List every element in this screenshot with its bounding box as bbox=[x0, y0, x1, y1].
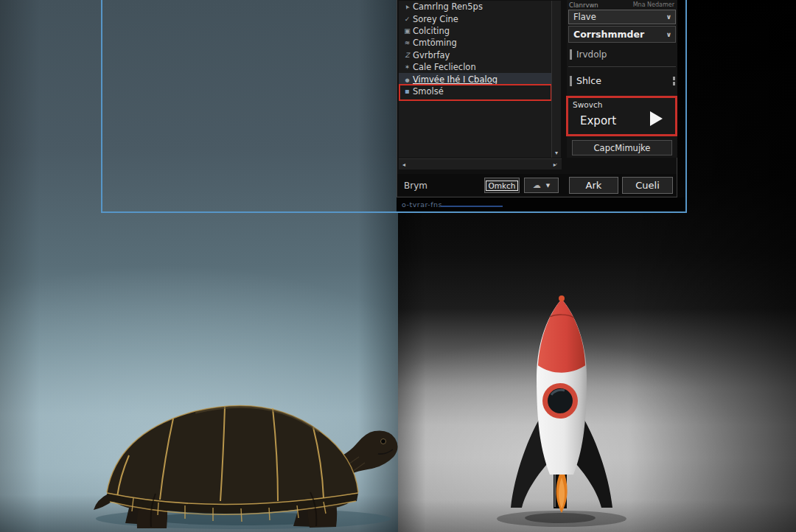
menu-item-2[interactable]: Sorey Cine bbox=[399, 13, 551, 24]
square-icon bbox=[402, 27, 413, 35]
menu-item-4[interactable]: Cmtöming bbox=[399, 37, 551, 49]
chevron-down-icon bbox=[666, 13, 671, 21]
export-section-red-box[interactable]: Swovch Export bbox=[566, 96, 677, 136]
panel-item-label: Shlce bbox=[576, 75, 601, 86]
drag-handle-icon bbox=[673, 77, 675, 85]
horizontal-scrollbar[interactable] bbox=[399, 158, 562, 169]
panel-item-shlce[interactable]: Shlce bbox=[567, 69, 677, 92]
panel-separator bbox=[568, 66, 676, 67]
turtle-figurine bbox=[85, 389, 413, 532]
caret-down-icon bbox=[546, 183, 550, 189]
wave-icon bbox=[402, 39, 413, 46]
z-glyph-icon bbox=[402, 52, 413, 59]
menu-item-label: Smolsé bbox=[413, 86, 444, 97]
chevron-down-icon bbox=[666, 30, 671, 38]
panel-item-label: Irvdolp bbox=[576, 49, 607, 60]
menu-item-label: Cmtöming bbox=[413, 38, 457, 48]
footer-label: Brym bbox=[404, 181, 427, 191]
scroll-down-arrow-icon[interactable] bbox=[552, 149, 561, 158]
cancel-button[interactable]: Cueli bbox=[622, 177, 673, 194]
cursor-icon bbox=[402, 3, 413, 10]
cloud-dropdown-button[interactable] bbox=[524, 178, 559, 193]
check-icon bbox=[402, 15, 413, 23]
play-icon[interactable] bbox=[650, 111, 663, 126]
vertical-scrollbar[interactable] bbox=[551, 1, 561, 158]
menu-item-label: Colciting bbox=[413, 26, 450, 36]
dialog-footer: Brym Omkch Ark Cueli bbox=[397, 174, 677, 196]
options-button[interactable]: Omkch bbox=[484, 178, 520, 193]
star-icon bbox=[402, 63, 413, 71]
export-label: Export bbox=[580, 114, 616, 127]
capture-button[interactable]: CapcMimujke bbox=[572, 140, 672, 155]
menu-item-label: Sorey Cine bbox=[413, 14, 458, 24]
panel-item-irvdolp[interactable]: Irvdolp bbox=[567, 44, 677, 64]
menu-item-6[interactable]: Cale Feclieclon bbox=[399, 61, 551, 73]
options-menu-list: Camrlng Ren5ps Sorey Cine Colciting Cmtö… bbox=[399, 1, 551, 158]
settings-side-panel: Clanrvwn Mna Nedamer Flave Corrshmmder I… bbox=[567, 0, 677, 158]
menu-item-5[interactable]: Gvrbrfay bbox=[399, 49, 551, 61]
accent-bar bbox=[570, 76, 572, 86]
panel-header: Clanrvwn Mna Nedamer bbox=[567, 0, 677, 10]
dropdown-selected-value: Flave bbox=[573, 12, 596, 22]
menu-item-label: Camrlng Ren5ps bbox=[413, 1, 483, 12]
menu-item-3[interactable]: Colciting bbox=[399, 25, 551, 37]
panel-header-right-label: Mna Nedamer bbox=[633, 1, 674, 9]
dropdown-selected-value: Corrshmmder bbox=[573, 29, 644, 40]
screenshot-root: o-tvrar-fns Camrlng Ren5ps Sorey Cine Co… bbox=[0, 0, 796, 532]
accent-bar bbox=[570, 49, 572, 60]
ok-button[interactable]: Ark bbox=[569, 177, 618, 194]
menu-item-7-highlighted[interactable]: Vimvée Ihé I Cbalog bbox=[399, 73, 551, 85]
scroll-left-arrow-icon[interactable] bbox=[399, 160, 408, 169]
panel-header-left-label: Clanrvwn bbox=[569, 1, 598, 9]
menu-item-label: Vimvée Ihé I Cbalog bbox=[413, 74, 498, 85]
menu-item-label: Gvrbrfay bbox=[413, 50, 450, 60]
dropdown-corrshmmder[interactable]: Corrshmmder bbox=[568, 26, 676, 43]
menu-item-1[interactable]: Camrlng Ren5ps bbox=[399, 1, 551, 13]
dot-icon bbox=[402, 76, 413, 83]
cloud-icon bbox=[533, 181, 541, 190]
export-small-label: Swovch bbox=[573, 100, 602, 109]
swatch-icon bbox=[402, 87, 413, 95]
scroll-right-arrow-icon[interactable] bbox=[551, 160, 559, 169]
menu-item-8-smoke[interactable]: Smolsé bbox=[399, 85, 551, 97]
settings-dialog: Camrlng Ren5ps Sorey Cine Colciting Cmtö… bbox=[397, 0, 677, 197]
dropdown-flave[interactable]: Flave bbox=[568, 10, 676, 24]
options-button-label: Omkch bbox=[486, 181, 517, 191]
rocket-figurine bbox=[479, 289, 641, 532]
menu-item-label: Cale Feclieclon bbox=[413, 62, 476, 72]
